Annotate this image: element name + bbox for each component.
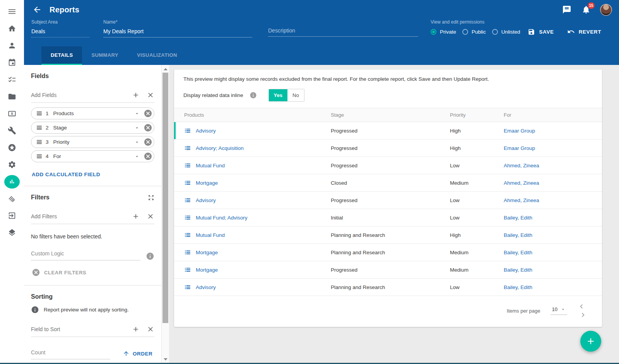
product-link[interactable]: Advisory (196, 284, 216, 290)
toggle-yes-button[interactable]: Yes (269, 89, 287, 101)
order-button[interactable]: ORDER (123, 350, 152, 359)
clear-filter-input-button[interactable] (147, 213, 154, 220)
favorites-icon[interactable] (0, 139, 24, 156)
panel-scrollbar[interactable] (161, 65, 169, 363)
product-link[interactable]: Mortgage (196, 250, 218, 255)
add-field-button[interactable] (132, 91, 140, 99)
for-link[interactable]: Ahmed, Zineea (504, 197, 602, 203)
scroll-up-arrow[interactable] (164, 68, 168, 70)
documents-icon[interactable] (0, 88, 24, 105)
add-fields-label: Add Fields (31, 92, 132, 98)
add-record-fab[interactable] (580, 331, 601, 352)
for-link[interactable]: Bailey, Edith (504, 250, 602, 255)
clear-fields-button[interactable] (147, 91, 154, 99)
product-link[interactable]: Mutual Fund (196, 232, 225, 238)
field-pill[interactable]: 4 For (31, 150, 154, 162)
drag-handle-icon[interactable] (36, 124, 43, 131)
for-link[interactable]: Ahmed, Zineea (504, 180, 602, 186)
product-link[interactable]: Advisory (196, 197, 216, 203)
inline-toggle-label: Display related data inline (183, 92, 243, 98)
save-button[interactable]: SAVE (528, 28, 554, 36)
reports-icon[interactable] (0, 173, 24, 190)
tools-icon[interactable] (0, 122, 24, 139)
previous-page-button[interactable] (577, 302, 586, 311)
revert-button[interactable]: REVERT (567, 28, 601, 36)
field-name: For (53, 153, 134, 159)
remove-field-button[interactable] (144, 138, 152, 146)
chat-icon[interactable] (562, 5, 571, 14)
field-pill[interactable]: 2 Stage (31, 122, 154, 134)
count-input[interactable]: Count (31, 349, 110, 359)
list-icon (184, 179, 191, 186)
priority-cell: High (450, 232, 504, 238)
scroll-down-arrow[interactable] (164, 358, 168, 361)
pagination: Items per page 10 (174, 296, 602, 327)
expand-filters-icon[interactable] (148, 194, 154, 201)
remove-field-button[interactable] (144, 152, 152, 161)
product-link[interactable]: Mutual Fund; Advisory (196, 215, 248, 221)
items-per-page-select[interactable]: 10 (551, 306, 567, 315)
invoices-icon[interactable]: $ (0, 105, 24, 122)
exit-icon[interactable] (0, 207, 24, 224)
add-calculated-field-button[interactable]: ADD CALCULATED FIELD (32, 172, 100, 177)
drag-handle-icon[interactable] (36, 153, 43, 160)
for-link[interactable]: Bailey, Edith (504, 267, 602, 273)
radio-public[interactable]: Public (462, 29, 486, 35)
field-pill[interactable]: 3 Priority (31, 136, 154, 148)
field-pill[interactable]: 1 Products (31, 107, 154, 119)
product-link[interactable]: Mortgage (196, 267, 218, 273)
revert-label: REVERT (579, 29, 601, 35)
clear-filters-button[interactable]: CLEAR FILTERS (32, 268, 86, 277)
calendar-icon[interactable] (0, 54, 24, 71)
radio-unlisted[interactable]: Unlisted (492, 29, 520, 35)
field-dropdown-caret[interactable] (134, 154, 140, 159)
custom-logic-input[interactable]: Custom Logic (31, 250, 140, 260)
remove-field-button[interactable] (144, 109, 152, 118)
product-link[interactable]: Advisory (196, 128, 216, 134)
add-filter-button[interactable] (132, 213, 140, 220)
clear-sort-field-button[interactable] (147, 325, 154, 333)
info-icon[interactable] (146, 252, 154, 260)
radio-private[interactable]: Private (431, 29, 456, 35)
info-icon[interactable] (250, 92, 257, 99)
report-name-value[interactable]: My Deals Report (103, 28, 252, 37)
for-link[interactable]: Emaar Group (504, 145, 602, 151)
scrollbar-thumb[interactable] (162, 73, 168, 323)
deals-icon[interactable] (0, 190, 24, 207)
drag-handle-icon[interactable] (36, 139, 43, 145)
field-dropdown-caret[interactable] (134, 111, 140, 116)
layers-icon[interactable] (0, 224, 24, 241)
settings-icon[interactable] (0, 156, 24, 173)
drag-handle-icon[interactable] (36, 110, 43, 117)
for-link[interactable]: Ahmed, Zineea (504, 163, 602, 168)
toggle-no-button[interactable]: No (287, 89, 304, 101)
for-link[interactable]: Bailey, Edith (504, 284, 602, 290)
for-link[interactable]: Bailey, Edith (504, 215, 602, 221)
next-page-button[interactable] (579, 311, 587, 319)
clear-filters-label: CLEAR FILTERS (44, 270, 86, 276)
for-link[interactable]: Emaar Group (504, 128, 602, 134)
sorting-info-row: Report preview will not apply sorting. (31, 306, 154, 314)
home-icon[interactable] (0, 20, 24, 37)
page-title: Reports (50, 5, 79, 14)
remove-field-button[interactable] (144, 123, 152, 132)
back-button[interactable] (32, 5, 42, 14)
add-sort-field-button[interactable] (132, 325, 140, 333)
tab-details[interactable]: DETAILS (41, 46, 82, 65)
menu-icon[interactable] (0, 3, 24, 20)
field-dropdown-caret[interactable] (134, 139, 140, 145)
for-link[interactable]: Bailey, Edith (504, 232, 602, 238)
avatar[interactable] (600, 4, 612, 16)
tab-summary[interactable]: SUMMARY (82, 46, 127, 65)
product-link[interactable]: Mutual Fund (196, 163, 225, 168)
product-link[interactable]: Mortgage (196, 180, 218, 186)
report-name-field[interactable]: Name* My Deals Report (103, 19, 252, 37)
notifications-icon[interactable]: 15 (581, 5, 591, 14)
description-input[interactable] (268, 27, 418, 37)
contacts-icon[interactable] (0, 37, 24, 54)
product-link[interactable]: Advisory; Acquisition (196, 145, 244, 151)
tasks-icon[interactable] (0, 71, 24, 88)
tab-visualization[interactable]: VISUALIZATION (128, 46, 186, 65)
field-dropdown-caret[interactable] (134, 125, 140, 131)
table-row: Mortgage Progressed Medium Bailey, Edith (174, 261, 602, 279)
